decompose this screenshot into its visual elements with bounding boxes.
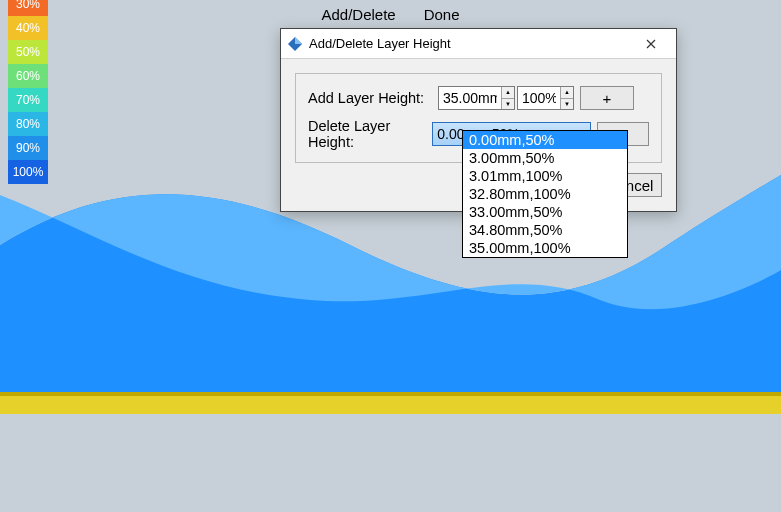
spinner-down-icon[interactable]: ▼ <box>502 99 514 110</box>
dropdown-item[interactable]: 0.00mm,50% <box>463 131 627 149</box>
legend-cell: 100% <box>8 160 48 184</box>
legend-cell: 50% <box>8 40 48 64</box>
dropdown-item[interactable]: 34.80mm,50% <box>463 221 627 239</box>
svg-rect-2 <box>0 392 781 396</box>
delete-layer-label: Delete Layer Height: <box>308 118 432 150</box>
svg-marker-4 <box>295 37 302 44</box>
spinner-up-icon[interactable]: ▲ <box>502 87 514 99</box>
legend-cell: 60% <box>8 64 48 88</box>
legend-cell: 70% <box>8 88 48 112</box>
done-button[interactable]: Done <box>424 6 460 23</box>
dropdown-item[interactable]: 3.00mm,50% <box>463 149 627 167</box>
dropdown-item[interactable]: 32.80mm,100% <box>463 185 627 203</box>
add-layer-row: Add Layer Height: ▲ ▼ ▲ ▼ + <box>308 86 649 110</box>
dialog-titlebar[interactable]: Add/Delete Layer Height <box>281 29 676 59</box>
top-toolbar: Add/Delete Done <box>0 6 781 23</box>
legend-cell: 90% <box>8 136 48 160</box>
dropdown-item[interactable]: 33.00mm,50% <box>463 203 627 221</box>
dialog-title: Add/Delete Layer Height <box>309 36 630 51</box>
add-percent-spinner[interactable]: ▲ ▼ <box>517 86 574 110</box>
add-height-spinner[interactable]: ▲ ▼ <box>438 86 515 110</box>
density-legend: 30%40%50%60%70%80%90%100% <box>8 0 48 184</box>
add-height-input[interactable] <box>439 87 501 109</box>
close-button[interactable] <box>630 30 672 58</box>
close-icon <box>646 39 656 49</box>
dropdown-item[interactable]: 35.00mm,100% <box>463 239 627 257</box>
app-icon <box>287 36 303 52</box>
add-button[interactable]: + <box>580 86 634 110</box>
dropdown-item[interactable]: 3.01mm,100% <box>463 167 627 185</box>
add-delete-button[interactable]: Add/Delete <box>321 6 395 23</box>
delete-layer-dropdown-list[interactable]: 0.00mm,50%3.00mm,50%3.01mm,100%32.80mm,1… <box>462 130 628 258</box>
add-layer-label: Add Layer Height: <box>308 90 438 106</box>
spinner-up-icon[interactable]: ▲ <box>561 87 573 99</box>
add-percent-input[interactable] <box>518 87 560 109</box>
spinner-down-icon[interactable]: ▼ <box>561 99 573 110</box>
legend-cell: 80% <box>8 112 48 136</box>
